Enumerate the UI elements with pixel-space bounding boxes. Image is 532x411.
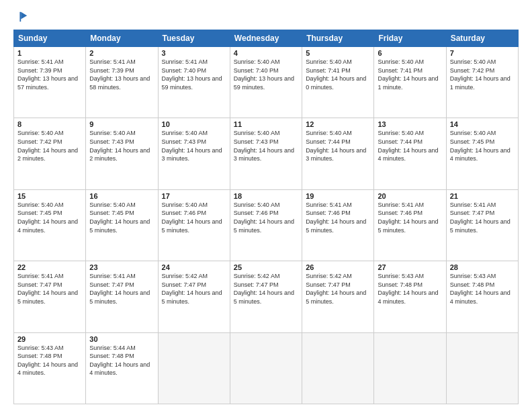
logo-flag-icon bbox=[16, 11, 28, 23]
day-info: Sunrise: 5:44 AMSunset: 7:48 PMDaylight:… bbox=[89, 345, 150, 377]
day-number: 7 bbox=[450, 49, 515, 57]
weekday-header-saturday: Saturday bbox=[446, 30, 518, 47]
day-number: 22 bbox=[17, 263, 82, 271]
day-info: Sunrise: 5:40 AMSunset: 7:46 PMDaylight:… bbox=[162, 201, 222, 234]
calendar-cell: 6Sunrise: 5:40 AMSunset: 7:41 PMDaylight… bbox=[374, 47, 446, 118]
day-number: 16 bbox=[89, 192, 154, 200]
calendar-cell bbox=[446, 332, 518, 404]
calendar-cell: 15Sunrise: 5:40 AMSunset: 7:45 PMDayligh… bbox=[14, 189, 86, 261]
day-number: 20 bbox=[378, 192, 442, 200]
calendar-cell: 13Sunrise: 5:40 AMSunset: 7:44 PMDayligh… bbox=[374, 118, 446, 189]
day-number: 26 bbox=[306, 263, 370, 271]
calendar-cell: 23Sunrise: 5:41 AMSunset: 7:47 PMDayligh… bbox=[86, 261, 158, 332]
svg-marker-0 bbox=[21, 12, 27, 19]
day-number: 19 bbox=[306, 192, 370, 200]
calendar-cell: 7Sunrise: 5:40 AMSunset: 7:42 PMDaylight… bbox=[446, 47, 518, 118]
calendar-cell: 12Sunrise: 5:40 AMSunset: 7:44 PMDayligh… bbox=[302, 118, 374, 189]
day-number: 11 bbox=[234, 120, 298, 128]
calendar-cell: 10Sunrise: 5:40 AMSunset: 7:43 PMDayligh… bbox=[158, 118, 230, 189]
calendar-cell: 9Sunrise: 5:40 AMSunset: 7:43 PMDaylight… bbox=[86, 118, 158, 189]
calendar-cell: 1Sunrise: 5:41 AMSunset: 7:39 PMDaylight… bbox=[14, 47, 86, 118]
day-number: 5 bbox=[306, 49, 370, 57]
weekday-header-tuesday: Tuesday bbox=[158, 30, 230, 47]
day-info: Sunrise: 5:40 AMSunset: 7:41 PMDaylight:… bbox=[378, 58, 438, 91]
day-number: 17 bbox=[162, 192, 226, 200]
day-info: Sunrise: 5:40 AMSunset: 7:46 PMDaylight:… bbox=[234, 201, 294, 234]
logo bbox=[13, 11, 28, 23]
week-row-4: 22Sunrise: 5:41 AMSunset: 7:47 PMDayligh… bbox=[14, 261, 519, 332]
calendar-cell: 30Sunrise: 5:44 AMSunset: 7:48 PMDayligh… bbox=[86, 332, 158, 404]
weekday-header-sunday: Sunday bbox=[14, 30, 86, 47]
day-info: Sunrise: 5:41 AMSunset: 7:46 PMDaylight:… bbox=[306, 201, 366, 234]
day-number: 23 bbox=[89, 263, 154, 271]
day-info: Sunrise: 5:43 AMSunset: 7:48 PMDaylight:… bbox=[17, 345, 78, 377]
weekday-header-friday: Friday bbox=[374, 30, 446, 47]
day-info: Sunrise: 5:40 AMSunset: 7:43 PMDaylight:… bbox=[234, 130, 294, 162]
day-number: 30 bbox=[89, 335, 154, 343]
day-info: Sunrise: 5:40 AMSunset: 7:43 PMDaylight:… bbox=[162, 130, 222, 162]
weekday-header-wednesday: Wednesday bbox=[230, 30, 302, 47]
day-info: Sunrise: 5:40 AMSunset: 7:45 PMDaylight:… bbox=[17, 201, 78, 234]
calendar-cell: 5Sunrise: 5:40 AMSunset: 7:41 PMDaylight… bbox=[302, 47, 374, 118]
day-info: Sunrise: 5:42 AMSunset: 7:47 PMDaylight:… bbox=[234, 273, 294, 305]
day-info: Sunrise: 5:43 AMSunset: 7:48 PMDaylight:… bbox=[378, 273, 438, 305]
calendar-cell: 19Sunrise: 5:41 AMSunset: 7:46 PMDayligh… bbox=[302, 189, 374, 261]
day-info: Sunrise: 5:40 AMSunset: 7:44 PMDaylight:… bbox=[378, 130, 438, 162]
calendar-cell bbox=[230, 332, 302, 404]
svg-rect-1 bbox=[19, 12, 21, 21]
calendar-cell: 17Sunrise: 5:40 AMSunset: 7:46 PMDayligh… bbox=[158, 189, 230, 261]
day-number: 21 bbox=[450, 192, 515, 200]
day-number: 28 bbox=[450, 263, 515, 271]
calendar-cell bbox=[302, 332, 374, 404]
week-row-3: 15Sunrise: 5:40 AMSunset: 7:45 PMDayligh… bbox=[14, 189, 519, 261]
weekday-header-thursday: Thursday bbox=[302, 30, 374, 47]
day-number: 29 bbox=[17, 335, 82, 343]
day-number: 12 bbox=[306, 120, 370, 128]
calendar-cell: 14Sunrise: 5:40 AMSunset: 7:45 PMDayligh… bbox=[446, 118, 518, 189]
page: SundayMondayTuesdayWednesdayThursdayFrid… bbox=[0, 0, 532, 411]
day-info: Sunrise: 5:41 AMSunset: 7:39 PMDaylight:… bbox=[89, 58, 150, 91]
day-info: Sunrise: 5:41 AMSunset: 7:46 PMDaylight:… bbox=[378, 201, 438, 234]
calendar-cell: 4Sunrise: 5:40 AMSunset: 7:40 PMDaylight… bbox=[230, 47, 302, 118]
calendar-cell: 11Sunrise: 5:40 AMSunset: 7:43 PMDayligh… bbox=[230, 118, 302, 189]
calendar-cell: 3Sunrise: 5:41 AMSunset: 7:40 PMDaylight… bbox=[158, 47, 230, 118]
day-number: 18 bbox=[234, 192, 298, 200]
day-number: 27 bbox=[378, 263, 442, 271]
day-info: Sunrise: 5:42 AMSunset: 7:47 PMDaylight:… bbox=[162, 273, 222, 305]
day-info: Sunrise: 5:41 AMSunset: 7:39 PMDaylight:… bbox=[17, 58, 78, 91]
day-number: 1 bbox=[17, 49, 82, 57]
week-row-5: 29Sunrise: 5:43 AMSunset: 7:48 PMDayligh… bbox=[14, 332, 519, 404]
calendar-cell: 20Sunrise: 5:41 AMSunset: 7:46 PMDayligh… bbox=[374, 189, 446, 261]
calendar-cell: 18Sunrise: 5:40 AMSunset: 7:46 PMDayligh… bbox=[230, 189, 302, 261]
day-info: Sunrise: 5:41 AMSunset: 7:47 PMDaylight:… bbox=[89, 273, 150, 305]
week-row-2: 8Sunrise: 5:40 AMSunset: 7:42 PMDaylight… bbox=[14, 118, 519, 189]
day-number: 8 bbox=[17, 120, 82, 128]
day-info: Sunrise: 5:43 AMSunset: 7:48 PMDaylight:… bbox=[450, 273, 511, 305]
calendar-cell bbox=[158, 332, 230, 404]
day-number: 6 bbox=[378, 49, 442, 57]
day-number: 13 bbox=[378, 120, 442, 128]
week-row-1: 1Sunrise: 5:41 AMSunset: 7:39 PMDaylight… bbox=[14, 47, 519, 118]
calendar-cell: 8Sunrise: 5:40 AMSunset: 7:42 PMDaylight… bbox=[14, 118, 86, 189]
calendar-cell bbox=[374, 332, 446, 404]
weekday-header-monday: Monday bbox=[86, 30, 158, 47]
day-info: Sunrise: 5:40 AMSunset: 7:44 PMDaylight:… bbox=[306, 130, 366, 162]
calendar-cell: 24Sunrise: 5:42 AMSunset: 7:47 PMDayligh… bbox=[158, 261, 230, 332]
day-info: Sunrise: 5:40 AMSunset: 7:45 PMDaylight:… bbox=[89, 201, 150, 234]
day-number: 9 bbox=[89, 120, 154, 128]
calendar-cell: 26Sunrise: 5:42 AMSunset: 7:47 PMDayligh… bbox=[302, 261, 374, 332]
calendar-cell: 22Sunrise: 5:41 AMSunset: 7:47 PMDayligh… bbox=[14, 261, 86, 332]
calendar-cell: 28Sunrise: 5:43 AMSunset: 7:48 PMDayligh… bbox=[446, 261, 518, 332]
day-number: 4 bbox=[234, 49, 298, 57]
day-number: 14 bbox=[450, 120, 515, 128]
calendar-cell: 25Sunrise: 5:42 AMSunset: 7:47 PMDayligh… bbox=[230, 261, 302, 332]
day-info: Sunrise: 5:41 AMSunset: 7:40 PMDaylight:… bbox=[162, 58, 222, 91]
calendar-cell: 21Sunrise: 5:41 AMSunset: 7:47 PMDayligh… bbox=[446, 189, 518, 261]
day-info: Sunrise: 5:41 AMSunset: 7:47 PMDaylight:… bbox=[450, 201, 511, 234]
day-number: 10 bbox=[162, 120, 226, 128]
calendar-cell: 27Sunrise: 5:43 AMSunset: 7:48 PMDayligh… bbox=[374, 261, 446, 332]
calendar-cell: 2Sunrise: 5:41 AMSunset: 7:39 PMDaylight… bbox=[86, 47, 158, 118]
day-number: 2 bbox=[89, 49, 154, 57]
day-number: 25 bbox=[234, 263, 298, 271]
day-info: Sunrise: 5:40 AMSunset: 7:42 PMDaylight:… bbox=[450, 58, 511, 91]
